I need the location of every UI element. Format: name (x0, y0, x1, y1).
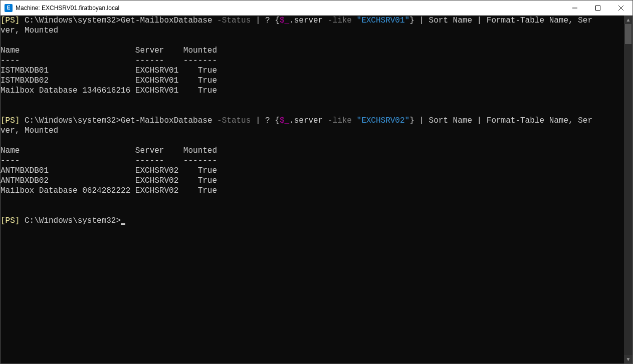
svg-rect-1 (596, 6, 600, 10)
scrollbar[interactable]: ▲ ▼ (624, 16, 632, 363)
minimize-button[interactable] (563, 1, 586, 15)
titlebar[interactable]: E Machine: EXCHSRV01.firatboyan.local (1, 1, 632, 16)
terminal-container: [PS] C:\Windows\system32>Get-MailboxData… (1, 16, 632, 363)
scroll-down-icon[interactable]: ▼ (624, 355, 632, 363)
cursor (121, 223, 125, 225)
window-controls (563, 1, 632, 15)
maximize-button[interactable] (586, 1, 609, 15)
terminal-output[interactable]: [PS] C:\Windows\system32>Get-MailboxData… (1, 16, 632, 363)
app-icon: E (5, 4, 13, 12)
scroll-up-icon[interactable]: ▲ (624, 16, 632, 24)
close-button[interactable] (609, 1, 632, 15)
window-title: Machine: EXCHSRV01.firatboyan.local (16, 5, 563, 12)
scroll-thumb[interactable] (625, 24, 631, 44)
